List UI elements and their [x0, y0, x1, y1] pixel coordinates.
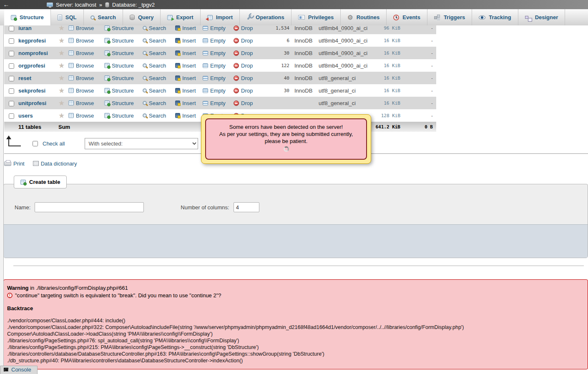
- structure-link[interactable]: Structure: [104, 113, 143, 119]
- with-selected-select[interactable]: With selected:: [85, 138, 198, 149]
- browse-link[interactable]: Browse: [68, 25, 104, 31]
- print-link[interactable]: Print: [4, 161, 25, 167]
- insert-link[interactable]: Insert: [175, 50, 203, 56]
- browse-link[interactable]: Browse: [68, 100, 104, 106]
- drop-icon: [234, 63, 239, 68]
- drop-link[interactable]: Drop: [234, 75, 259, 81]
- structure-link[interactable]: Structure: [104, 75, 143, 81]
- search-link[interactable]: Search: [143, 100, 175, 106]
- empty-link[interactable]: Empty: [203, 75, 234, 81]
- table-name-link[interactable]: reset: [18, 75, 58, 81]
- search-link[interactable]: Search: [143, 75, 175, 81]
- drop-link[interactable]: Drop: [234, 38, 259, 44]
- tab-import[interactable]: Import: [201, 9, 240, 25]
- empty-link[interactable]: Empty: [203, 100, 234, 106]
- server-link[interactable]: Server: localhost: [56, 2, 96, 8]
- drop-link[interactable]: Drop: [234, 88, 259, 94]
- favorite-star-icon[interactable]: [58, 75, 68, 82]
- empty-link[interactable]: Empty: [203, 63, 234, 69]
- tab-query[interactable]: Query: [123, 9, 161, 25]
- browse-link[interactable]: Browse: [68, 50, 104, 56]
- browse-link[interactable]: Browse: [68, 38, 104, 44]
- drop-link[interactable]: Drop: [234, 50, 259, 56]
- triggers-icon: [434, 15, 440, 20]
- favorite-star-icon[interactable]: [58, 87, 68, 94]
- drop-link[interactable]: Drop: [234, 63, 259, 69]
- check-all-checkbox[interactable]: [33, 141, 38, 146]
- tab-triggers[interactable]: Triggers: [427, 9, 472, 25]
- favorite-star-icon[interactable]: [58, 112, 68, 119]
- browse-link[interactable]: Browse: [68, 113, 104, 119]
- structure-link[interactable]: Structure: [104, 100, 143, 106]
- check-all-label[interactable]: Check all: [43, 141, 65, 147]
- tab-events[interactable]: Events: [387, 9, 427, 25]
- favorite-star-icon[interactable]: [58, 25, 68, 32]
- search-link[interactable]: Search: [143, 25, 175, 31]
- search-link[interactable]: Search: [143, 63, 175, 69]
- insert-link[interactable]: Insert: [175, 88, 203, 94]
- row-checkbox[interactable]: [9, 88, 14, 94]
- insert-link[interactable]: Insert: [175, 113, 203, 119]
- structure-link[interactable]: Structure: [104, 25, 143, 31]
- rows-count: 30: [259, 88, 294, 93]
- table-name-link[interactable]: unitprofesi: [18, 100, 58, 106]
- browse-link[interactable]: Browse: [68, 75, 104, 81]
- data-dictionary-link[interactable]: Data dictionary: [33, 161, 77, 167]
- insert-link[interactable]: Insert: [175, 25, 203, 31]
- favorite-star-icon[interactable]: [58, 100, 68, 107]
- insert-link[interactable]: Insert: [175, 63, 203, 69]
- table-name-link[interactable]: kegprofesi: [18, 38, 58, 44]
- console-toggle[interactable]: Console: [0, 366, 38, 374]
- favorite-star-icon[interactable]: [58, 50, 68, 57]
- tab-designer[interactable]: Designer: [518, 9, 565, 25]
- empty-link[interactable]: Empty: [203, 25, 234, 31]
- tab-privileges[interactable]: Privileges: [291, 9, 341, 25]
- insert-link[interactable]: Insert: [175, 100, 203, 106]
- table-name-input[interactable]: [35, 202, 144, 212]
- table-name-link[interactable]: nomprofesi: [18, 50, 58, 56]
- search-link[interactable]: Search: [143, 113, 175, 119]
- row-checkbox[interactable]: [9, 101, 14, 106]
- table-name-link[interactable]: sekprofesi: [18, 88, 58, 94]
- tab-export[interactable]: Export: [161, 9, 200, 25]
- row-checkbox[interactable]: [9, 76, 14, 81]
- tab-structure[interactable]: Structure: [4, 9, 51, 25]
- tab-search[interactable]: Search: [84, 9, 123, 25]
- table-name-link[interactable]: iuran: [18, 25, 58, 31]
- rows-count: 1,534: [259, 25, 294, 31]
- row-checkbox[interactable]: [9, 63, 14, 69]
- favorite-star-icon[interactable]: [58, 37, 68, 44]
- row-checkbox[interactable]: [9, 51, 14, 56]
- columns-count-input[interactable]: [234, 202, 259, 212]
- row-checkbox[interactable]: [9, 38, 14, 44]
- tab-operations[interactable]: Operations: [240, 9, 291, 25]
- insert-icon: [175, 113, 180, 118]
- tab-routines[interactable]: Routines: [341, 9, 387, 25]
- structure-link[interactable]: Structure: [104, 50, 143, 56]
- browse-link[interactable]: Browse: [68, 88, 104, 94]
- row-checkbox[interactable]: [9, 113, 14, 119]
- row-checkbox[interactable]: [9, 26, 14, 31]
- browse-link[interactable]: Browse: [68, 63, 104, 69]
- back-arrow-button[interactable]: ←: [0, 0, 13, 9]
- empty-link[interactable]: Empty: [203, 38, 234, 44]
- drop-icon: [234, 50, 239, 56]
- tab-sql[interactable]: SQL: [51, 9, 84, 25]
- search-link[interactable]: Search: [143, 88, 175, 94]
- tab-tracking[interactable]: Tracking: [472, 9, 518, 25]
- empty-link[interactable]: Empty: [203, 88, 234, 94]
- search-link[interactable]: Search: [143, 50, 175, 56]
- database-link[interactable]: Database: _tpgv2: [112, 2, 155, 8]
- empty-link[interactable]: Empty: [203, 50, 234, 56]
- table-name-link[interactable]: users: [18, 113, 58, 119]
- favorite-star-icon[interactable]: [58, 62, 68, 69]
- drop-link[interactable]: Drop: [234, 25, 259, 31]
- insert-link[interactable]: Insert: [175, 75, 203, 81]
- structure-link[interactable]: Structure: [104, 63, 143, 69]
- insert-link[interactable]: Insert: [175, 38, 203, 44]
- drop-link[interactable]: Drop: [234, 100, 259, 106]
- table-name-link[interactable]: orgprofesi: [18, 63, 58, 69]
- structure-link[interactable]: Structure: [104, 88, 143, 94]
- search-link[interactable]: Search: [143, 38, 175, 44]
- structure-link[interactable]: Structure: [104, 38, 143, 44]
